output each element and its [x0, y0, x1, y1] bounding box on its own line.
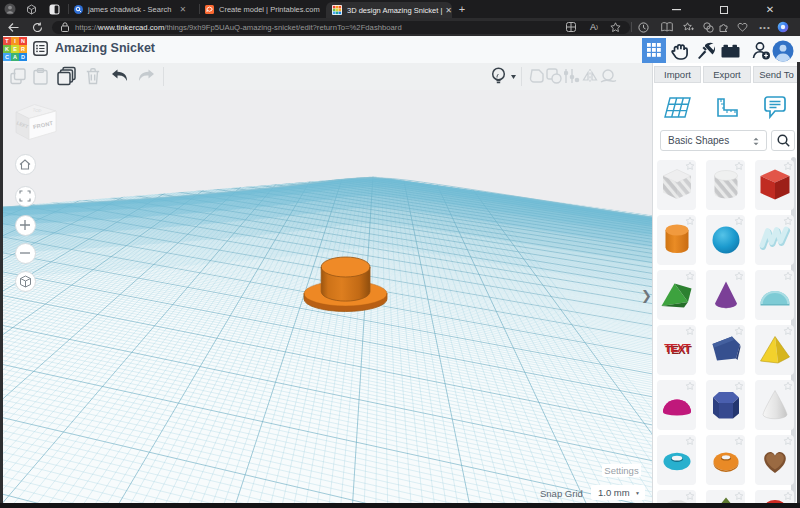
svg-text:TEXT: TEXT [664, 342, 691, 353]
